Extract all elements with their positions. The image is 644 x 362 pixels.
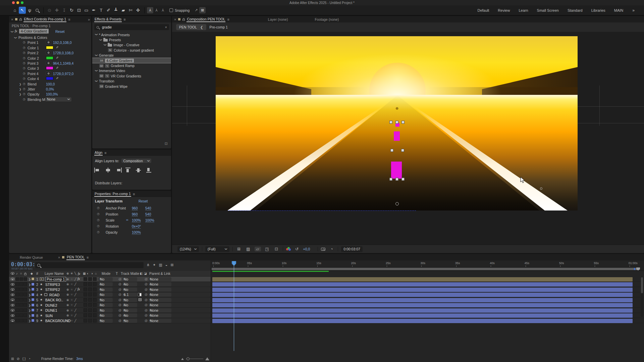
selection-handle[interactable] [389,121,392,124]
layer-visibility-toggle[interactable] [11,319,14,322]
lock-cell[interactable] [23,277,27,281]
eyedropper-icon[interactable]: ✎ [55,77,59,79]
lock-cell[interactable] [23,313,27,317]
effects-tree-item[interactable]: ❯Immersive Video [92,68,171,73]
new-panel-icon[interactable]: ⊡ [165,141,168,146]
property-value[interactable]: 960 [132,212,138,217]
preview-timecode[interactable]: 0:00:03:07 [341,246,363,252]
property-value[interactable]: 540 [145,206,151,210]
effect-slider-row[interactable]: ❯◷Opacity100,0% [9,92,91,97]
effects-tree-item[interactable]: 32ϟVR Color Gradients [92,73,171,78]
threed-cell[interactable] [93,298,97,302]
roto-brush-tool[interactable]: ✄ [127,7,134,14]
matte-pickwhip-icon[interactable]: @ [118,293,121,296]
zoom-out-tool-icon[interactable]: ↗ [193,7,199,13]
collapse-icon[interactable]: ❯ [95,34,98,36]
parent-pickwhip-icon[interactable]: @ [145,319,148,322]
effects-search-input[interactable] [101,25,163,29]
collapse-switch[interactable]: ✳ [70,303,73,307]
parent-pickwhip-icon[interactable]: @ [145,283,148,286]
expand-icon[interactable]: ❯ [19,88,21,91]
stopwatch-icon[interactable]: ◷ [97,230,100,234]
collapse-icon[interactable]: ❯ [95,80,98,82]
layer-visibility-toggle[interactable] [11,288,14,291]
pan-camera-tool[interactable]: ✚ [53,7,60,14]
quality-switch[interactable]: ╱ [74,293,76,296]
work-area-bar[interactable] [212,268,639,270]
timeline-zoom-slider[interactable] [181,357,209,360]
property-value[interactable]: 960 [132,206,138,210]
effects-tree-item[interactable]: fxColorize - sunset gradient [92,48,171,53]
layer-visibility-toggle[interactable] [11,304,14,306]
panel-menu-icon[interactable]: ≡ [133,192,135,196]
parent-dropdown[interactable]: None❯ [149,293,171,297]
collapse-switch[interactable]: ✳ [70,298,73,302]
audio-cell[interactable] [15,293,19,296]
eyedropper-icon[interactable]: ✎ [55,67,59,69]
effect-point-icon[interactable]: ⊕ [46,51,51,55]
layer-row[interactable]: ❯ 9 ★BACKGROUND ⊕ ✳ ╱ No❯ @ No❯ @ None❯ [9,318,211,323]
quality-switch[interactable]: ╱ [74,283,76,286]
mask-path-dashed-line[interactable] [228,210,416,211]
layer-duration-bar[interactable] [212,303,633,307]
road-dash-large[interactable] [391,162,402,179]
quality-switch[interactable]: ╱ [74,309,76,312]
mask-visibility-icon[interactable]: ▱ [255,247,261,251]
effect-header-row[interactable]: ❯ fx 4-Color Gradient Reset [9,29,91,34]
collapse-switch[interactable]: ✳ [70,293,73,296]
audio-cell[interactable] [15,308,19,312]
threed-cell[interactable] [93,308,97,312]
motion-blur-cell[interactable] [88,319,92,322]
panel-menu-icon[interactable]: ≡ [87,255,89,259]
point-value[interactable]: 1728,0,108,0 [53,51,73,55]
shy-switch[interactable]: ⊕ [66,319,69,322]
layer-duration-bar[interactable] [212,313,633,318]
layer-label-chip[interactable] [31,308,35,312]
stopwatch-icon[interactable]: ◷ [23,72,25,75]
effect-color-row[interactable]: ◷Color 1✎ [9,45,91,50]
effects-tree-item[interactable]: 32ϟGradient Ramp [92,63,171,68]
expand-layer-icon[interactable]: ❯ [29,314,31,317]
render-queue-tab[interactable]: Render Queue [20,255,43,259]
layer-label-chip[interactable] [31,298,35,301]
clear-search-icon[interactable]: × [165,25,167,29]
layer-visibility-toggle[interactable] [11,283,14,286]
track-matte-dropdown[interactable]: No❯ [122,313,137,317]
solo-cell[interactable] [19,308,23,312]
vertical-scrollbar[interactable] [641,277,643,317]
stopwatch-icon[interactable]: ◷ [97,224,100,228]
transform-property-row[interactable]: ◷Rotation0x+0° [92,224,171,230]
rotation-tool[interactable]: ↻ [68,7,75,14]
stopwatch-icon[interactable]: ◷ [23,98,25,101]
align-to-dropdown[interactable]: Composition❯ [121,159,151,163]
snapping-checkbox[interactable] [169,8,173,12]
layer-visibility-toggle[interactable] [11,314,14,317]
lock-cell[interactable] [23,319,27,322]
type-tool[interactable]: T [98,7,105,14]
layer-row[interactable]: ❯ 6 ★DUNE2 ⊕ ✳ ╱ No❯ @ No❯ @ None❯ [9,303,211,308]
expression-icon[interactable]: { } [22,357,26,361]
zoom-in-mountain-icon[interactable] [205,357,209,360]
effects-presets-tab[interactable]: Effects & Presets [94,16,122,22]
matte-pickwhip-icon[interactable]: @ [118,283,121,286]
effect-color-row[interactable]: ◷Color 4✎ [9,76,91,81]
layer-label-chip[interactable] [31,293,35,296]
motion-blur-cell[interactable] [88,313,92,317]
parent-pickwhip-icon[interactable]: @ [145,303,148,307]
link-scale-icon[interactable]: ∞ [126,218,128,222]
expand-layer-icon[interactable]: ❯ [29,288,31,291]
threed-cell[interactable] [93,277,97,281]
effect-point-icon[interactable]: ⊕ [46,71,51,75]
layer-name[interactable]: STRIPE2 [45,288,60,292]
lock-icon[interactable] [182,19,185,21]
shy-switch[interactable]: ⊕ [66,298,69,302]
workspace-tab-main[interactable]: MAIN [610,8,628,12]
transform-property-row[interactable]: ◷Opacity100% [92,230,171,236]
layer-duration-bar[interactable] [212,277,633,282]
threed-cell[interactable] [93,293,97,296]
camera-view-icon[interactable]: ⊡ [273,247,280,251]
parent-pickwhip-icon[interactable]: @ [145,309,148,312]
solo-cell[interactable] [19,282,23,286]
point-value[interactable]: 964,1,1049,4 [53,61,73,65]
zoom-out-mountain-icon[interactable] [181,358,184,360]
